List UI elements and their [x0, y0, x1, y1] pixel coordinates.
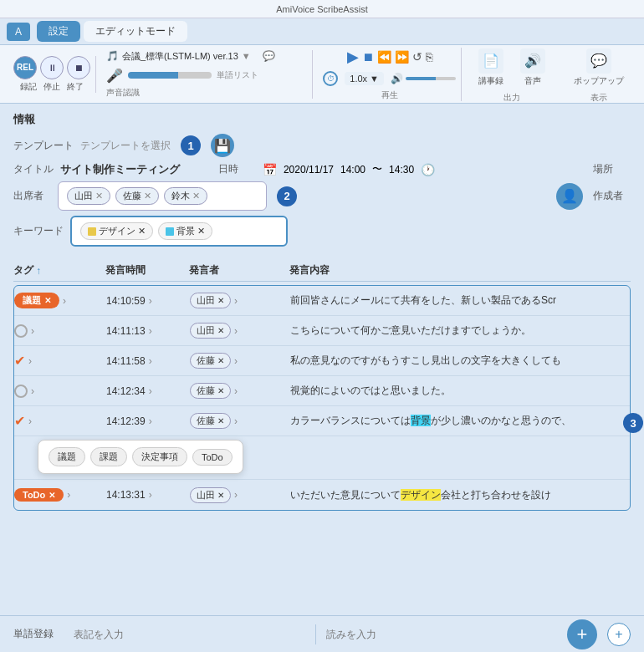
- play-button[interactable]: ▶: [347, 48, 359, 66]
- close-icon[interactable]: ✕: [49, 491, 55, 500]
- remove-yamada[interactable]: ✕: [95, 191, 103, 201]
- output-notes-button[interactable]: 📄 講事録: [472, 45, 510, 90]
- speed-arrow: ▼: [370, 74, 379, 84]
- speed-control[interactable]: 1.0x ▼: [345, 72, 384, 85]
- speaker-1: 山田: [197, 294, 215, 307]
- word-register-label: 単語登録: [13, 627, 64, 641]
- remove-sato[interactable]: ✕: [144, 191, 151, 201]
- speaker-chevron-7[interactable]: ›: [234, 489, 238, 501]
- title-input[interactable]: [60, 163, 205, 176]
- time-1: 14:10:59: [106, 295, 146, 307]
- row-chevron-3[interactable]: ›: [28, 355, 32, 367]
- speaker-chevron-4[interactable]: ›: [234, 385, 238, 397]
- model-arrow[interactable]: ▼: [242, 51, 251, 61]
- time-chevron-7[interactable]: ›: [149, 489, 152, 501]
- check-icon-3[interactable]: ✔: [14, 353, 25, 369]
- word-list-label[interactable]: 単語リスト: [217, 69, 258, 81]
- time-chevron-5[interactable]: ›: [149, 415, 152, 427]
- speaker-chevron-2[interactable]: ›: [234, 325, 238, 337]
- remove-background[interactable]: ✕: [197, 226, 205, 237]
- popup-tag-kadai[interactable]: 課題: [90, 447, 127, 466]
- row-chevron-7[interactable]: ›: [67, 489, 70, 501]
- end-button[interactable]: ⏹: [67, 56, 90, 79]
- row-chevron-4[interactable]: ›: [31, 385, 34, 397]
- tag-badge-todo[interactable]: ToDo ✕: [14, 488, 64, 502]
- rec-button[interactable]: REL: [13, 56, 37, 79]
- content-cell-7: いただいた意見についてデザイン会社と打ち合わせを設け: [290, 488, 630, 502]
- check-icon-5[interactable]: ✔: [14, 413, 25, 429]
- time-chevron-1[interactable]: ›: [149, 295, 152, 307]
- radio-btn-4[interactable]: [14, 385, 28, 398]
- close-icon[interactable]: ✕: [217, 356, 224, 365]
- attendee-name: 鈴木: [171, 190, 190, 202]
- keyword-box: デザイン ✕ 背景 ✕: [70, 216, 288, 247]
- popup-tag-todo[interactable]: ToDo: [192, 449, 233, 466]
- clock-icon: ⏱: [323, 71, 338, 86]
- save-template-button[interactable]: 💾: [211, 134, 234, 157]
- tag-badge-gidai[interactable]: 議題 ✕: [14, 293, 59, 308]
- speaker-chevron-1[interactable]: ›: [234, 295, 238, 307]
- close-icon[interactable]: ✕: [44, 296, 51, 305]
- rewind-button[interactable]: ⏪: [377, 50, 391, 64]
- close-icon[interactable]: ✕: [217, 491, 224, 500]
- close-icon[interactable]: ✕: [217, 296, 224, 305]
- speaker-cell-7: 山田 ✕ ›: [190, 487, 290, 503]
- popup-tag-kettei[interactable]: 決定事項: [132, 447, 187, 466]
- row-chevron-1[interactable]: ›: [63, 295, 66, 307]
- close-icon[interactable]: ✕: [217, 416, 224, 425]
- speaker-5: 佐藤: [197, 415, 215, 427]
- add-person-button[interactable]: 👤: [556, 183, 583, 210]
- time-chevron-4[interactable]: ›: [149, 385, 152, 397]
- time-chevron-3[interactable]: ›: [149, 355, 152, 367]
- radio-btn-2[interactable]: [14, 324, 28, 338]
- attendees-box: 山田 ✕ 佐藤 ✕ 鈴木 ✕: [58, 181, 267, 211]
- stop-button[interactable]: ⏸: [40, 56, 64, 79]
- volume-control[interactable]: 🔊: [391, 73, 456, 84]
- attendee-suzuki: 鈴木 ✕: [164, 187, 207, 205]
- time-start: 14:00: [340, 164, 365, 176]
- add-small-button[interactable]: +: [607, 623, 631, 646]
- forward-button[interactable]: ⏩: [395, 50, 409, 64]
- sort-icon[interactable]: ↑: [36, 265, 41, 277]
- notation-input[interactable]: [74, 629, 305, 640]
- attendee-yamada: 山田 ✕: [67, 187, 110, 205]
- table-row: › 14:12:34 › 佐藤 ✕ › 視覚的によいのではと思いました。: [14, 376, 630, 406]
- tag-popup: 議題 課題 決定事項 ToDo: [38, 440, 243, 474]
- speaker-chevron-5[interactable]: ›: [234, 415, 238, 427]
- table-row-popup: 議題 課題 決定事項 ToDo ありがとうございます。: [14, 436, 630, 480]
- speaker-chevron-3[interactable]: ›: [234, 355, 238, 367]
- row-chevron-2[interactable]: ›: [31, 325, 34, 337]
- tab-bar: A 設定 エディットモード: [0, 18, 644, 45]
- close-icon[interactable]: ✕: [217, 326, 224, 335]
- template-select[interactable]: テンプレートを選択: [80, 139, 171, 153]
- attendees-label: 出席者: [13, 189, 51, 203]
- replay-button[interactable]: ↺: [412, 50, 422, 64]
- tab-settings[interactable]: 設定: [37, 21, 80, 42]
- reading-input[interactable]: [326, 629, 558, 640]
- copy-button[interactable]: ⎘: [426, 50, 432, 64]
- content-cell-2: こちらについて何かご意見いただけますでしょうか。: [290, 323, 630, 338]
- content-text-5b: が少し濃いのかなと思うので、: [431, 415, 571, 426]
- remove-suzuki[interactable]: ✕: [192, 191, 200, 201]
- output-audio-button[interactable]: 🔊 音声: [514, 45, 552, 90]
- time-chevron-2[interactable]: ›: [149, 325, 152, 337]
- tab-edit-mode[interactable]: エディットモード: [84, 21, 187, 42]
- speaker-cell-5: 佐藤 ✕ ›: [190, 413, 290, 429]
- content-cell-3: 私の意見なのですがもうすこし見出しの文字を大きくしても: [290, 354, 630, 368]
- time-header: 発言時間: [105, 263, 189, 278]
- stop-play-button[interactable]: ⏹: [362, 50, 374, 64]
- add-fab-button[interactable]: +: [567, 619, 597, 649]
- time-4: 14:12:34: [106, 385, 146, 397]
- stop-label: 停止: [43, 81, 60, 93]
- content-text-7b: 会社と打ち合わせを設け: [441, 489, 551, 501]
- time-cell-1: 14:10:59 ›: [106, 295, 190, 307]
- popup-tag-gidai[interactable]: 議題: [49, 447, 85, 466]
- popup-button[interactable]: 💬 ポップアップ: [567, 45, 631, 90]
- remove-design[interactable]: ✕: [138, 226, 146, 237]
- date-value: 2020/11/17: [284, 164, 334, 176]
- vol-slider[interactable]: [406, 77, 456, 80]
- close-icon[interactable]: ✕: [217, 386, 224, 395]
- row-chevron-5[interactable]: ›: [28, 415, 32, 427]
- keyword-background: 背景 ✕: [158, 222, 212, 240]
- tag-cell-3: ✔ ›: [14, 353, 106, 369]
